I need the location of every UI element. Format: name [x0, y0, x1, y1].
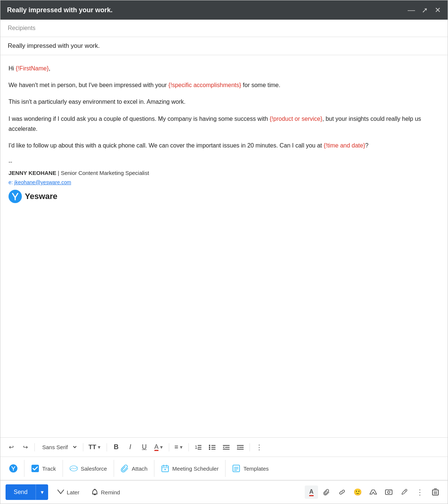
font-color-dropdown[interactable]: A ▼ [152, 442, 166, 452]
toolbar-divider-4 [169, 443, 169, 451]
redo-button[interactable]: ↪ [19, 441, 31, 454]
font-family-select[interactable]: Sans Serif Serif Monospace [40, 442, 78, 452]
formatting-toolbar: ↩ ↪ Sans Serif Serif Monospace TT ▼ B I … [0, 437, 448, 457]
drive-button[interactable] [366, 485, 380, 499]
toolbar-divider-2 [83, 443, 83, 451]
undo-button[interactable]: ↩ [5, 441, 17, 454]
emoji-button[interactable]: 🙂 [351, 485, 365, 499]
templates-label: Templates [243, 465, 268, 472]
paperclip-icon [323, 489, 330, 495]
pen-button[interactable] [397, 485, 411, 499]
remind-icon [91, 488, 98, 496]
attach-icon [121, 464, 129, 472]
font-size-dropdown[interactable]: TT ▼ [86, 442, 104, 452]
subject-row[interactable]: Really impressed with your work. [0, 37, 448, 55]
svg-point-34 [388, 491, 390, 493]
ordered-list-button[interactable]: 1. [192, 441, 204, 454]
meeting-scheduler-button[interactable]: Meeting Scheduler [154, 460, 225, 477]
line4-pre: I'd like to follow up about this with a … [9, 142, 324, 149]
greeting-line: Hi {!FirstName}, [9, 63, 439, 73]
align-dropdown[interactable]: ≡ ▼ [172, 442, 185, 452]
align-icon: ≡ [174, 443, 178, 451]
maximize-button[interactable]: ➚ [422, 6, 428, 14]
signature-dash: -- [9, 157, 439, 167]
recipients-row[interactable]: Recipients [0, 20, 448, 37]
more-icon: ⋮ [256, 443, 263, 451]
salesforce-button[interactable]: Salesforce [63, 460, 114, 477]
meeting-scheduler-label: Meeting Scheduler [172, 465, 218, 472]
signature-email: jkeohane@yesware.com [14, 179, 71, 185]
toolbar-divider-6 [250, 443, 250, 451]
body-line4: I'd like to follow up about this with a … [9, 140, 439, 150]
bold-button[interactable]: B [110, 441, 123, 454]
body-line2: This isn't a particularly easy environme… [9, 97, 439, 107]
line1-post: for some time. [241, 82, 280, 88]
trash-icon [432, 488, 439, 496]
indent-increase-button[interactable] [234, 441, 247, 454]
greeting-suffix: , [49, 65, 50, 72]
attachment-button[interactable] [320, 485, 334, 499]
font-size-chevron: ▼ [97, 445, 101, 450]
track-icon [31, 464, 39, 472]
link-button[interactable] [335, 485, 349, 499]
photo-button[interactable] [382, 485, 396, 499]
font-family-dropdown[interactable]: Sans Serif Serif Monospace [38, 441, 80, 454]
track-button[interactable]: Track [24, 460, 63, 477]
more-actions-button[interactable]: ⋮ [413, 485, 427, 499]
yesware-button[interactable] [6, 460, 24, 477]
font-size-icon: TT [88, 444, 96, 451]
body-line3: I was wondering if I could ask you a cou… [9, 114, 439, 134]
align-chevron: ▼ [179, 445, 183, 450]
later-icon [57, 488, 64, 496]
attach-button[interactable]: Attach [114, 460, 155, 477]
meeting-scheduler-icon [161, 464, 169, 472]
recipients-label: Recipients [8, 25, 36, 31]
compose-window: Really impressed with your work. — ➚ ✕ R… [0, 0, 448, 504]
toolbar-divider-5 [188, 443, 189, 451]
italic-button[interactable]: I [124, 441, 137, 454]
yesware-brand-name: Yesware [25, 189, 57, 203]
yesware-plugin-icon [9, 464, 17, 472]
more-options-button[interactable]: ⋮ [253, 441, 265, 454]
send-dropdown-button[interactable]: ▼ [36, 484, 48, 500]
unordered-list-button[interactable] [206, 441, 218, 454]
salesforce-icon [70, 464, 78, 472]
indent-decrease-button[interactable] [220, 441, 233, 454]
delete-button[interactable] [428, 485, 442, 499]
email-body[interactable]: Hi {!FirstName}, We haven't met in perso… [0, 55, 448, 437]
track-label: Track [42, 465, 56, 472]
signature-title: Senior Content Marketing Specialist [61, 170, 149, 176]
timedate-placeholder: {!time and date} [324, 142, 365, 149]
svg-point-0 [9, 190, 22, 203]
svg-point-7 [209, 447, 210, 448]
line3-pre: I was wondering if I could ask you a cou… [9, 116, 270, 122]
redo-icon: ↪ [23, 444, 28, 451]
send-toolbar: Send ▼ Later Remind [0, 480, 448, 504]
send-main-button[interactable]: Send [6, 484, 36, 500]
close-button[interactable]: ✕ [435, 6, 441, 14]
underline-button[interactable]: U [138, 441, 151, 454]
line4-post: ? [365, 142, 368, 149]
text-color-button[interactable]: A [305, 485, 318, 499]
text-color-icon: A [309, 488, 314, 496]
body-line1: We haven't met in person, but I've been … [9, 80, 439, 90]
svg-line-36 [405, 490, 407, 492]
photo-icon [385, 489, 392, 495]
minimize-button[interactable]: — [408, 6, 415, 14]
remind-button[interactable]: Remind [86, 484, 125, 500]
templates-button[interactable]: Templates [225, 460, 275, 477]
signature-separator: | [56, 170, 61, 176]
later-button[interactable]: Later [52, 484, 84, 500]
plugin-toolbar: Track Salesforce Attach [0, 457, 448, 480]
accomplishments-placeholder: {!specific accomplishments} [168, 82, 241, 88]
toolbar-divider-1 [34, 443, 35, 451]
svg-point-8 [209, 448, 210, 450]
signature-name-line: JENNY KEOHANE | Senior Content Marketing… [9, 168, 439, 178]
signature-name: JENNY KEOHANE [9, 170, 56, 176]
greeting-text: Hi [9, 65, 16, 72]
pen-icon [401, 489, 408, 495]
firstname-placeholder: {!FirstName} [16, 65, 49, 72]
subject-value: Really impressed with your work. [8, 42, 100, 49]
svg-point-26 [164, 469, 166, 470]
svg-point-35 [391, 490, 391, 491]
